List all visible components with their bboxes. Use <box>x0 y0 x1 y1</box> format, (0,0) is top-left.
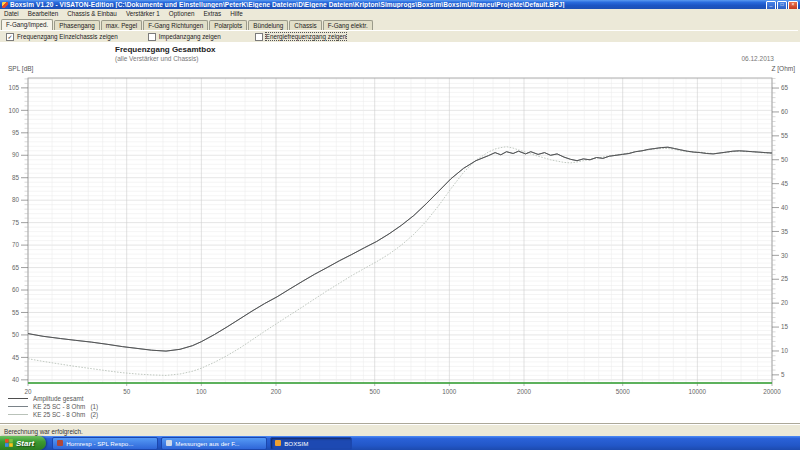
task-label: BOXSIM <box>284 440 308 447</box>
checkbox-label: Frequenzgang Einzelchassis zeigen <box>17 33 118 40</box>
svg-text:40: 40 <box>781 204 789 211</box>
taskbar: Start Hornresp - SPL Respo... Messungen … <box>0 436 800 450</box>
svg-text:50: 50 <box>123 388 131 395</box>
tab-chassis[interactable]: Chassis <box>289 20 321 30</box>
svg-text:65: 65 <box>12 264 20 271</box>
windows-logo-icon <box>5 439 13 447</box>
svg-text:20: 20 <box>781 299 789 306</box>
menu-bearbeiten[interactable]: Bearbeiten <box>28 10 58 17</box>
frequency-response-chart: 2050100200500100020005000100002000040455… <box>0 42 800 424</box>
tab-phasengang[interactable]: Phasengang <box>54 20 99 30</box>
checkbox-impedanzgang[interactable]: Impedanzgang zeigen <box>148 33 221 41</box>
svg-text:20: 20 <box>24 388 32 395</box>
svg-text:105: 105 <box>8 84 19 91</box>
svg-text:200: 200 <box>271 388 282 395</box>
menu-optionen[interactable]: Optionen <box>169 10 195 17</box>
legend-label: Amplitude gesamt <box>33 395 83 402</box>
svg-text:75: 75 <box>12 219 20 226</box>
svg-text:5000: 5000 <box>616 388 631 395</box>
svg-text:85: 85 <box>12 174 20 181</box>
taskbar-item-boxsim[interactable]: BOXSIM <box>270 437 352 450</box>
desktop: Boxsim V1.20 - VISATON-Edition [C:\Dokum… <box>0 0 800 450</box>
status-text: Berechnung war erfolgreich. <box>4 428 83 435</box>
svg-text:100: 100 <box>196 388 207 395</box>
svg-text:50: 50 <box>12 331 20 338</box>
legend-item: KE 25 SC - 8 Ohm (2) <box>8 411 98 417</box>
svg-text:10: 10 <box>781 347 789 354</box>
checkbox-unchecked-icon[interactable] <box>255 33 263 41</box>
svg-text:2000: 2000 <box>517 388 532 395</box>
svg-text:1000: 1000 <box>442 388 457 395</box>
task-icon <box>166 440 172 446</box>
window-title: Boxsim V1.20 - VISATON-Edition [C:\Dokum… <box>10 1 565 8</box>
menu-bar: Datei Bearbeiten Chassis & Einbau Verstä… <box>0 9 800 18</box>
svg-text:60: 60 <box>781 108 789 115</box>
svg-text:60: 60 <box>12 286 20 293</box>
svg-text:55: 55 <box>781 132 789 139</box>
task-strip: Hornresp - SPL Respo... Messungen aus de… <box>52 437 800 450</box>
task-label: Messungen aus der F... <box>175 440 239 447</box>
task-label: Hornresp - SPL Respo... <box>66 440 133 447</box>
legend-label: KE 25 SC - 8 Ohm (2) <box>33 411 98 418</box>
svg-text:25: 25 <box>781 275 789 282</box>
svg-text:50: 50 <box>781 156 789 163</box>
svg-text:15: 15 <box>781 323 789 330</box>
checkbox-energiefrequenzgang[interactable]: Energiefrequenzgang zeigen <box>255 33 347 41</box>
chart-panel: Frequenzgang Gesamtbox (alle Verstärker … <box>0 42 800 424</box>
legend-item: KE 25 SC - 8 Ohm (1) <box>8 403 98 409</box>
svg-text:30: 30 <box>781 252 789 259</box>
start-label: Start <box>16 439 34 448</box>
chart-legend: Amplitude gesamt KE 25 SC - 8 Ohm (1) KE… <box>8 395 98 417</box>
task-icon <box>57 440 63 446</box>
svg-text:45: 45 <box>12 354 20 361</box>
svg-text:70: 70 <box>12 241 20 248</box>
svg-text:5: 5 <box>781 371 785 378</box>
tab-fgang-imped[interactable]: F-Gang/Imped. <box>1 19 53 30</box>
svg-text:10000: 10000 <box>689 388 707 395</box>
tab-polarplots[interactable]: Polarplots <box>209 20 247 30</box>
checkbox-checked-icon[interactable]: ✓ <box>6 33 14 41</box>
tab-buendelung[interactable]: Bündelung <box>248 20 288 30</box>
svg-text:55: 55 <box>12 309 20 316</box>
legend-item: Amplitude gesamt <box>8 395 98 401</box>
svg-text:45: 45 <box>781 180 789 187</box>
svg-text:80: 80 <box>12 196 20 203</box>
task-icon <box>275 440 281 446</box>
taskbar-item-messungen[interactable]: Messungen aus der F... <box>161 437 267 450</box>
menu-hilfe[interactable]: Hilfe <box>230 10 243 17</box>
tab-bar: F-Gang/Imped. Phasengang max. Pegel F-Ga… <box>1 18 799 30</box>
checkbox-unchecked-icon[interactable] <box>148 33 156 41</box>
legend-line-swatch <box>8 414 28 415</box>
checkbox-frequenzgang-einzelchassis[interactable]: ✓ Frequenzgang Einzelchassis zeigen <box>6 33 118 41</box>
svg-text:90: 90 <box>12 151 20 158</box>
tab-max-pegel[interactable]: max. Pegel <box>101 20 143 30</box>
svg-text:95: 95 <box>12 129 20 136</box>
svg-text:20000: 20000 <box>763 388 781 395</box>
taskbar-item-hornresp[interactable]: Hornresp - SPL Respo... <box>52 437 158 450</box>
checkbox-label: Impedanzgang zeigen <box>159 33 221 40</box>
menu-chassis-einbau[interactable]: Chassis & Einbau <box>67 10 117 17</box>
svg-text:100: 100 <box>8 107 19 114</box>
legend-line-swatch <box>8 406 28 407</box>
checkbox-label: Energiefrequenzgang zeigen <box>266 33 347 40</box>
svg-text:500: 500 <box>369 388 380 395</box>
title-bar: Boxsim V1.20 - VISATON-Edition [C:\Dokum… <box>0 0 800 9</box>
svg-text:65: 65 <box>781 84 789 91</box>
start-button[interactable]: Start <box>0 436 46 450</box>
menu-verstaerker[interactable]: Verstärker 1 <box>126 10 160 17</box>
legend-label: KE 25 SC - 8 Ohm (1) <box>33 403 98 410</box>
menu-extras[interactable]: Extras <box>203 10 221 17</box>
legend-line-swatch <box>8 398 28 399</box>
tab-fgang-elektr[interactable]: F-Gang elektr. <box>323 20 373 30</box>
app-icon <box>2 2 8 8</box>
svg-text:35: 35 <box>781 228 789 235</box>
tab-fgang-richtungen[interactable]: F-Gang Richtungen <box>143 20 208 30</box>
svg-text:40: 40 <box>12 376 20 383</box>
menu-datei[interactable]: Datei <box>4 10 19 17</box>
